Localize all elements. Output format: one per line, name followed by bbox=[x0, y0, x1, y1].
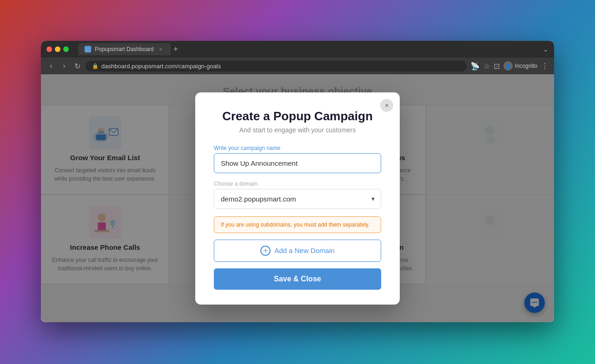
browser-window: Popupsmart Dashboard × + ⌄ ‹ › ↻ 🔒 dashb… bbox=[41, 41, 554, 322]
fullscreen-button[interactable] bbox=[63, 46, 69, 52]
modal-title: Create a Popup Campaign bbox=[214, 109, 381, 124]
incognito-label: Incognito bbox=[515, 63, 537, 69]
campaign-name-group: Write your campaign name bbox=[214, 145, 381, 173]
new-tab-button[interactable]: + bbox=[173, 45, 178, 53]
domain-group: Choose a domain demo2.popupsmart.com ▾ bbox=[214, 181, 381, 209]
minimize-button[interactable] bbox=[55, 46, 60, 52]
close-button[interactable] bbox=[46, 46, 52, 52]
tab-favicon bbox=[85, 46, 91, 52]
back-button[interactable]: ‹ bbox=[46, 62, 56, 70]
tab-title: Popupsmart Dashboard bbox=[95, 46, 154, 52]
cast-icon[interactable]: 📡 bbox=[470, 62, 480, 71]
forward-button[interactable]: › bbox=[60, 62, 69, 70]
domain-select[interactable]: demo2.popupsmart.com bbox=[214, 189, 381, 209]
url-bar[interactable]: 🔒 dashboard.popupsmart.com/campaign-goal… bbox=[86, 61, 467, 72]
plus-icon: + bbox=[260, 246, 271, 256]
campaign-name-label: Write your campaign name bbox=[214, 145, 381, 151]
menu-button[interactable]: ⋮ bbox=[541, 62, 549, 71]
incognito-icon: 👤 bbox=[503, 61, 513, 71]
add-domain-button[interactable]: + Add a New Domain bbox=[214, 240, 381, 262]
close-icon: × bbox=[385, 102, 389, 109]
bookmark-icon[interactable]: ☆ bbox=[483, 62, 490, 71]
url-text: dashboard.popupsmart.com/campaign-goals bbox=[101, 63, 221, 70]
tab-close-button[interactable]: × bbox=[158, 46, 164, 52]
ssl-lock-icon: 🔒 bbox=[92, 63, 99, 69]
modal-overlay: × Create a Popup Campaign And start to e… bbox=[41, 74, 554, 322]
warning-text: If you are using subdomains, you must ad… bbox=[221, 221, 370, 228]
modal-subtitle: And start to engage with your customers bbox=[214, 126, 381, 134]
profile-icon[interactable]: ⊡ bbox=[494, 62, 500, 71]
domain-label: Choose a domain bbox=[214, 181, 381, 187]
traffic-lights bbox=[46, 46, 69, 52]
save-label: Save & Close bbox=[274, 275, 321, 283]
reload-button[interactable]: ↻ bbox=[73, 62, 82, 71]
tab-bar: Popupsmart Dashboard × + ⌄ bbox=[78, 43, 549, 55]
save-close-button[interactable]: Save & Close bbox=[214, 268, 381, 290]
active-tab[interactable]: Popupsmart Dashboard × bbox=[78, 43, 171, 55]
incognito-badge: 👤 Incognito bbox=[503, 61, 537, 71]
subdomain-warning: If you are using subdomains, you must ad… bbox=[214, 216, 381, 233]
browser-titlebar: Popupsmart Dashboard × + ⌄ bbox=[41, 41, 554, 58]
tab-overflow-button[interactable]: ⌄ bbox=[543, 46, 549, 53]
create-campaign-modal: × Create a Popup Campaign And start to e… bbox=[195, 92, 400, 305]
page-content: Select your business objective bbox=[41, 74, 554, 322]
campaign-name-input[interactable] bbox=[214, 153, 381, 173]
modal-close-button[interactable]: × bbox=[380, 99, 393, 112]
toolbar-right: 📡 ☆ ⊡ 👤 Incognito ⋮ bbox=[470, 61, 549, 71]
browser-toolbar: ‹ › ↻ 🔒 dashboard.popupsmart.com/campaig… bbox=[41, 58, 554, 74]
domain-select-wrapper: Choose a domain demo2.popupsmart.com ▾ bbox=[214, 181, 381, 209]
add-domain-label: Add a New Domain bbox=[274, 247, 334, 254]
